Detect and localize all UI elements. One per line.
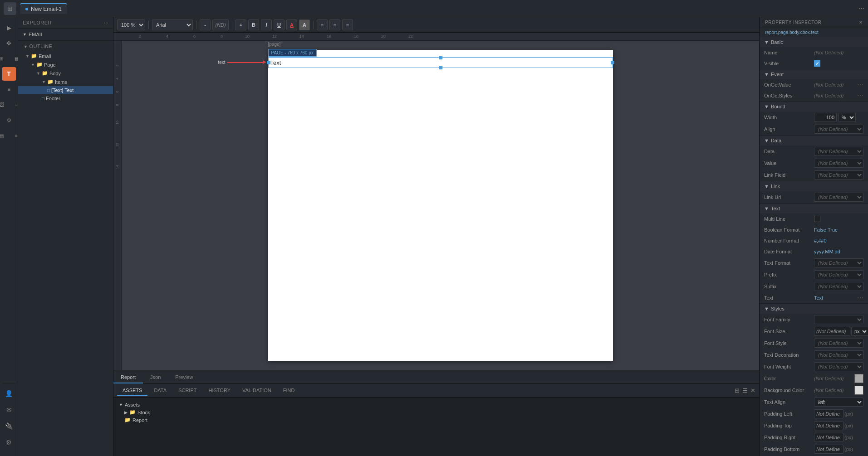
pi-fontsize-input[interactable] [814, 327, 850, 336]
highlight-button[interactable]: A [299, 19, 310, 30]
main-layout: ▶ ✥ ⊞ ▦ T ≡ 🖼 ≡ ⚙ ▤ ≡ 👤 ✉ 🔌 ⚙ EXPLORER ·… [0, 17, 868, 456]
pi-section-label: Styles [771, 306, 785, 311]
pi-multiline-checkbox[interactable] [814, 216, 820, 222]
outline-items[interactable]: ▼ 📁 Items [18, 78, 113, 86]
assets-tab-find[interactable]: FIND [278, 386, 300, 396]
plugin-icon[interactable]: 🔌 [3, 420, 15, 432]
sidebar-text-tool[interactable]: T [2, 67, 16, 81]
tab-preview[interactable]: Preview [168, 372, 200, 383]
assets-stock[interactable]: ▶ 📁 Stock [117, 408, 755, 416]
tab-report[interactable]: Report [113, 372, 143, 383]
pi-more-icon[interactable]: ⋯ [857, 81, 863, 88]
email-section-header[interactable]: ▼ EMAIL [18, 30, 113, 39]
pi-section-basic-header[interactable]: ▼ Basic [760, 37, 868, 47]
outline-body[interactable]: ▼ 📁 Body [18, 69, 113, 78]
chevron-icon: ▼ [31, 63, 35, 67]
align-center-button[interactable]: ≡ [329, 19, 340, 30]
resize-handle-bottom[interactable] [439, 66, 442, 69]
sidebar-move-tool[interactable]: ✥ [2, 36, 16, 50]
pi-paddingleft-input[interactable] [814, 409, 843, 418]
pi-visible-checkbox[interactable]: ✓ [814, 60, 820, 67]
pi-linkurl-label: Link Url [764, 194, 814, 200]
pi-value-select[interactable]: (Not Defined) [814, 159, 863, 168]
pi-section-link-header[interactable]: ▼ Link [760, 181, 868, 191]
pi-textdecoration-select[interactable]: (Not Defined) [814, 350, 863, 359]
grid-view-icon[interactable]: ⊞ [735, 387, 740, 394]
pi-px-unit: (px) [844, 446, 853, 452]
assets-tab-data[interactable]: DATA [148, 386, 172, 396]
font-size-dash[interactable]: - [200, 19, 211, 30]
explorer-more[interactable]: ··· [104, 19, 108, 26]
list-view-icon[interactable]: ☰ [742, 387, 748, 394]
pi-bgcolor-picker[interactable] [854, 386, 863, 395]
email-icon[interactable]: ✉ [3, 403, 15, 416]
assets-root[interactable]: ▼ Assets [117, 401, 755, 408]
assets-tab-assets[interactable]: ASSETS [117, 386, 147, 396]
pi-paddingtop-input[interactable] [814, 421, 843, 430]
pi-more-icon[interactable]: ⋯ [857, 92, 863, 99]
pi-fontfamily-select[interactable] [814, 315, 863, 324]
outline-email[interactable]: ▼ 📁 Email [18, 52, 113, 60]
assets-report[interactable]: 📁 Report [117, 416, 755, 424]
font-family-select[interactable]: Arial [152, 19, 193, 30]
pi-unit-select[interactable]: %px [839, 113, 856, 122]
sidebar-barcode-icon[interactable]: ▤ [0, 129, 8, 142]
pi-align-select[interactable]: (Not Defined) [814, 125, 863, 134]
more-button[interactable]: ··· [858, 5, 864, 13]
pi-suffix-select[interactable]: (Not Defined) [814, 282, 863, 291]
pi-section-text-header[interactable]: ▼ Text [760, 204, 868, 213]
pi-paddingbottom-inputs: (px) [814, 445, 853, 454]
outline-footer[interactable]: □ Footer [18, 94, 113, 102]
sidebar-cursor-tool[interactable]: ▶ [2, 21, 16, 34]
pi-section-styles-header[interactable]: ▼ Styles [760, 304, 868, 314]
align-right-button[interactable]: ≡ [342, 19, 353, 30]
page-canvas[interactable]: [page] text PAGE - 760 x 760 px text [268, 50, 613, 361]
main-tab[interactable]: New Email-1 [20, 3, 67, 14]
pi-close-icon[interactable]: ✕ [859, 20, 863, 25]
pi-fontweight-select[interactable]: (Not Defined) [814, 362, 863, 371]
pi-textformat-select[interactable]: (Not Defined) [814, 258, 863, 267]
text-element[interactable]: Text [268, 57, 613, 68]
pi-section-event-header[interactable]: ▼ Event [760, 69, 868, 79]
pi-color-picker[interactable] [854, 374, 863, 383]
pi-section-bound-header[interactable]: ▼ Bound [760, 102, 868, 112]
assets-tab-history[interactable]: HISTORY [203, 386, 236, 396]
assets-tab-script[interactable]: SCRIPT [173, 386, 202, 396]
pi-textalign-select[interactable]: leftcenterright [814, 398, 863, 407]
app-icon: ⊞ [4, 2, 16, 15]
resize-handle-right[interactable] [611, 61, 614, 64]
bold-button[interactable]: B [248, 19, 259, 30]
pi-more-icon[interactable]: ⋯ [857, 294, 863, 301]
resize-handle-left[interactable] [267, 61, 270, 64]
resize-handle-top[interactable] [439, 56, 442, 59]
plus-button[interactable]: + [235, 19, 246, 30]
pi-data-select[interactable]: (Not Defined) [814, 147, 863, 156]
outline-text-item[interactable]: □ [Text] Text [18, 86, 113, 94]
pi-paddingbottom-input[interactable] [814, 445, 843, 454]
zoom-select[interactable]: 100 % [117, 19, 145, 30]
sidebar-lines-tool[interactable]: ≡ [2, 82, 16, 96]
sidebar-grid-icon[interactable]: ⊞ [0, 52, 8, 65]
sidebar-image-icon[interactable]: 🖼 [0, 98, 8, 112]
pi-fontstyle-select[interactable]: (Not Defined) [814, 339, 863, 348]
align-left-button[interactable]: ≡ [317, 19, 328, 30]
sidebar-component-icon[interactable]: ⚙ [2, 113, 16, 127]
toolbar-sep [232, 21, 232, 29]
underline-button[interactable]: U [274, 19, 284, 30]
close-assets-icon[interactable]: ✕ [750, 387, 755, 394]
user-icon[interactable]: 👤 [3, 387, 15, 400]
pi-linkurl-select[interactable]: (Not Defined) [814, 193, 863, 202]
font-color-button[interactable]: A [286, 19, 297, 30]
pi-prefix-select[interactable]: (Not Defined) [814, 270, 863, 279]
italic-button[interactable]: I [261, 19, 272, 30]
outline-page[interactable]: ▼ 📁 Page [18, 60, 113, 69]
canvas-scroll[interactable]: [page] text PAGE - 760 x 760 px text [122, 41, 759, 370]
pi-section-data-header[interactable]: ▼ Data [760, 136, 868, 146]
pi-linkfield-select[interactable]: (Not Defined) [814, 170, 863, 179]
pi-width-input[interactable] [814, 113, 837, 122]
pi-fontsize-unit[interactable]: pxpt [851, 327, 868, 336]
tab-json[interactable]: Json [143, 372, 168, 383]
assets-tab-validation[interactable]: VALIDATION [237, 386, 277, 396]
pi-paddingright-input[interactable] [814, 433, 843, 442]
settings-icon[interactable]: ⚙ [3, 436, 15, 449]
